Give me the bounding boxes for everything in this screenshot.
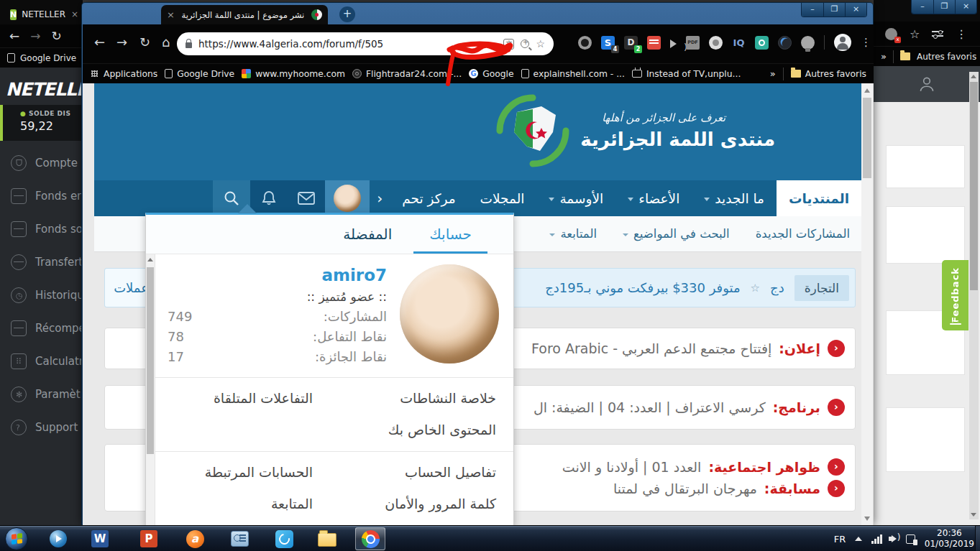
restore-button[interactable]: ❐ — [933, 0, 955, 14]
taskbar-chrome[interactable] — [355, 527, 385, 550]
minimize-button[interactable]: – — [912, 0, 933, 14]
sidebar-item-compte[interactable]: ᗜCompte — [0, 149, 83, 177]
sidebar-item-parametres[interactable]: ✻Paramètr — [0, 380, 83, 409]
page-scrollbar[interactable] — [861, 83, 874, 526]
menu-password-security[interactable]: كلمة المرور والأمان — [313, 488, 513, 519]
announcement-text[interactable]: إفتتاح مجتمع الدعم العربي - Foro Arabic — [531, 341, 771, 356]
language-indicator[interactable]: FR — [834, 534, 846, 545]
taskbar-word[interactable]: W — [85, 527, 115, 550]
reload-icon[interactable]: ↻ — [139, 34, 150, 50]
show-desktop-button[interactable] — [975, 526, 980, 551]
bookmark-myhoome[interactable]: www.myhoome.com — [242, 69, 345, 79]
zoom-icon[interactable] — [521, 40, 529, 48]
neteller-balance[interactable]: ● SOLDE DIS 59,22 — [0, 105, 83, 141]
power-icon[interactable] — [906, 534, 915, 544]
nav-tab-whats-new[interactable]: ما الجديد — [692, 180, 777, 216]
clock[interactable]: 20:36 01/03/2019 — [925, 528, 974, 550]
extension-target-icon[interactable] — [755, 36, 769, 50]
bookmarks-overflow-chevron[interactable]: » — [881, 51, 887, 62]
nav-tab-download-center[interactable]: مركز تحم — [390, 180, 467, 216]
nav-tab-forums[interactable]: المنتديات — [777, 180, 861, 216]
extension-iq-icon[interactable]: IQ — [732, 36, 746, 50]
taskbar-media-player[interactable] — [43, 527, 73, 550]
background-tab-title[interactable]: NETELLER — [22, 9, 65, 19]
ticker-badge[interactable]: التجارة — [794, 275, 849, 301]
address-bar[interactable]: https://www.4algeria.com/forum/f/505 文 ☆ — [177, 32, 554, 55]
scrollbar-thumb[interactable] — [970, 82, 978, 290]
bookmark-star-icon[interactable]: ☆ — [536, 38, 545, 50]
menu-account-details[interactable]: تفاصيل الحساب — [313, 456, 513, 488]
announcement-text[interactable]: كرسي الاعتراف | العدد: 04 | الضيفة: ال — [533, 399, 766, 415]
bookmarks-overflow-chevron[interactable]: » — [770, 68, 776, 79]
sidebar-item-historique[interactable]: ◷Historiqu — [0, 281, 83, 310]
taskbar-avast[interactable]: a — [180, 527, 210, 550]
url-text[interactable]: https://www.4algeria.com/forum/f/505 — [198, 38, 497, 50]
bookmark-google[interactable]: GGoogle — [469, 69, 513, 79]
bookmark-applications[interactable]: Applications — [90, 69, 157, 79]
menu-your-content[interactable]: المحتوى الخاص بك — [313, 414, 513, 445]
back-icon[interactable]: ← — [9, 29, 19, 43]
username[interactable]: amiro7 — [168, 266, 387, 284]
new-tab-button[interactable]: + — [339, 6, 355, 22]
nav-collapse-chevron[interactable]: ‹ — [370, 180, 390, 216]
extension-lightbulb-icon[interactable] — [801, 36, 815, 50]
menu-reactions-received[interactable]: التفاعلات المتلقاة — [155, 382, 313, 414]
forum-logo[interactable]: تعرف على الجزائر من أهلها منتدى اللمة ال… — [490, 91, 775, 171]
taskbar-explorer[interactable] — [312, 527, 342, 550]
menu-following[interactable]: المتابعة — [155, 488, 313, 519]
scrollbar[interactable] — [969, 72, 979, 519]
extension-skype-icon[interactable]: S4 — [601, 36, 615, 50]
tab-close-icon[interactable]: × — [167, 9, 175, 20]
sidebar-item-calculatrice[interactable]: ⠿Calculatr — [0, 347, 83, 376]
dropdown-scrollbar[interactable] — [146, 254, 155, 525]
sidebar-item-fonds-sortants[interactable]: Fonds so — [0, 215, 83, 244]
start-button[interactable] — [5, 527, 28, 550]
menu-activity-summary[interactable]: خلاصة النشاطات — [313, 382, 513, 414]
network-icon[interactable] — [871, 534, 882, 544]
browser-tab[interactable]: × نشر موضوع | منتدى اللمة الجزائرية — [161, 5, 328, 24]
sidebar-item-support[interactable]: ?Support — [0, 413, 83, 442]
titlebar[interactable]: × نشر موضوع | منتدى اللمة الجزائرية + – … — [82, 3, 873, 24]
taskbar-system-tool[interactable] — [224, 527, 255, 550]
other-favorites-label[interactable]: Autres favoris — [917, 52, 976, 62]
nav-tab-medals[interactable]: الأوسمة — [536, 180, 615, 216]
translate-icon[interactable]: 文 — [503, 39, 514, 50]
volume-icon[interactable] — [892, 535, 897, 542]
user-avatar[interactable] — [400, 264, 499, 364]
back-icon[interactable]: ← — [94, 34, 105, 50]
bookmark-instead-of-tv[interactable]: Instead of TV,unplu... — [632, 69, 741, 79]
minimize-button[interactable]: – — [802, 3, 823, 17]
taskbar-powerpoint[interactable]: P — [134, 527, 164, 550]
menu-dots-icon[interactable]: ⋮ — [861, 36, 868, 50]
reload-icon[interactable]: ↻ — [52, 29, 62, 43]
scrollbar-thumb[interactable] — [147, 267, 154, 454]
tab-bookmarks[interactable]: المفضلة — [327, 215, 408, 254]
extension-error-icon[interactable]: x — [885, 28, 897, 40]
profile-avatar-icon[interactable] — [834, 34, 851, 51]
hidden-icons-chevron[interactable] — [855, 537, 862, 541]
bookmark-flightradar[interactable]: Flightradar24.com -... — [352, 69, 462, 79]
messages-button[interactable] — [288, 180, 325, 216]
bookmark-google-drive[interactable]: Google Drive — [165, 69, 234, 79]
sidebar-item-transfert[interactable]: Transfert — [0, 248, 83, 277]
menu-dots-icon[interactable]: ⋮ — [956, 27, 967, 41]
announcement-text[interactable]: العدد 01 | أولادنا و الانت — [562, 459, 702, 475]
tab-close-icon[interactable]: × — [71, 9, 78, 19]
extension-list-icon[interactable] — [647, 36, 661, 50]
forward-icon[interactable]: → — [30, 29, 40, 43]
account-menu-button[interactable] — [325, 180, 370, 216]
extension-d-icon[interactable]: D2 — [624, 36, 638, 50]
home-icon[interactable]: ⌂ — [162, 34, 170, 50]
taskbar-shareit[interactable] — [269, 527, 299, 550]
sidebar-item-recompenses[interactable]: Récompe — [0, 314, 83, 343]
maximize-button[interactable]: ❐ — [823, 3, 845, 17]
close-button[interactable]: × — [845, 3, 866, 17]
tune-icon[interactable] — [932, 29, 943, 38]
subnav-new-posts[interactable]: المشاركات الجديدة — [756, 227, 850, 241]
nav-tab-journals[interactable]: المجلات — [468, 180, 537, 216]
extension-crescent-icon[interactable] — [778, 36, 792, 50]
scrollbar-thumb[interactable] — [863, 98, 871, 178]
close-button[interactable]: × — [955, 0, 976, 14]
feedback-tab[interactable]: Feedback — [942, 260, 968, 330]
announcement-text[interactable]: مهرجان البرتقال في لمتنا — [613, 481, 757, 496]
